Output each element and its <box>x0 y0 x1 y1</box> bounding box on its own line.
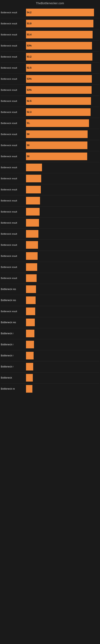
row-label: Bottleneck result <box>0 266 26 268</box>
list-item: Bottleneck re <box>0 384 100 394</box>
list-item: Bottleneck result <box>0 306 100 316</box>
bar-container: 50 <box>26 142 100 149</box>
row-label: Bottleneck result <box>0 244 26 246</box>
list-item: Bottleneck result <box>0 196 100 206</box>
bar-container: 51. <box>26 119 100 127</box>
list-item: Bottleneck result52.3 <box>0 107 100 117</box>
bar <box>26 175 41 182</box>
bar-container: 52.5 <box>26 64 100 72</box>
row-label: Bottleneck result <box>0 89 26 91</box>
bar-value-label: 50 <box>26 133 29 136</box>
row-label: Bottleneck result <box>0 100 26 102</box>
row-label: Bottleneck result <box>0 222 26 224</box>
row-label: Bottleneck result <box>0 11 26 14</box>
bar-container <box>26 252 100 260</box>
list-item: Bottleneck result <box>0 228 100 239</box>
row-label: Bottleneck result <box>0 133 26 136</box>
bar-value-label: 52.5 <box>26 100 31 102</box>
list-item: Bottleneck result <box>0 251 100 261</box>
bar-container <box>26 197 100 204</box>
bar-container <box>26 175 100 182</box>
bar-container <box>26 330 100 337</box>
list-item: Bottleneck result <box>0 184 100 195</box>
bar-value-label: 52.5 <box>26 66 31 69</box>
bar: 51. <box>26 119 89 127</box>
row-label: Bottleneck result <box>0 310 26 312</box>
list-item: Bottleneck result52.5 <box>0 96 100 106</box>
bar: 52.3 <box>26 108 91 116</box>
bar-container: 54.2 <box>26 9 100 16</box>
list-item: Bottleneck result53.4 <box>0 30 100 40</box>
list-item: Bottleneck res <box>0 295 100 306</box>
row-label: Bottleneck r <box>0 343 26 346</box>
row-label: Bottleneck result <box>0 66 26 69</box>
bar-container: 53% <box>26 86 100 94</box>
bar <box>26 341 34 348</box>
list-item: Bottleneck result54.2 <box>0 7 100 18</box>
list-item: Bottleneck result <box>0 218 100 228</box>
row-label: Bottleneck res <box>0 288 26 290</box>
row-label: Bottleneck result <box>0 56 26 58</box>
bar <box>26 385 32 393</box>
row-label: Bottleneck r <box>0 365 26 368</box>
list-item: Bottleneck result50 <box>0 140 100 150</box>
list-item: Bottleneck result52.5 <box>0 62 100 73</box>
bar-value-label: 50 <box>26 155 29 158</box>
bar-container <box>26 341 100 348</box>
bar: 54.2 <box>26 9 94 16</box>
list-item: Bottleneck res <box>0 284 100 294</box>
bar-container: 53.9 <box>26 20 100 27</box>
bar <box>26 296 36 304</box>
bar: 50 <box>26 152 87 160</box>
bar-value-label: 53% <box>26 44 32 47</box>
bar-value-label: 53.9 <box>26 22 31 25</box>
bar <box>26 208 40 216</box>
bar <box>26 164 42 171</box>
bar <box>26 285 36 293</box>
bar-container <box>26 363 100 370</box>
bar-value-label: 54.2 <box>26 11 31 14</box>
list-item: Bottleneck res <box>0 317 100 328</box>
bar: 52.5 <box>26 64 91 72</box>
row-label: Bottleneck result <box>0 144 26 146</box>
bar-value-label: 51. <box>26 122 30 124</box>
bar <box>26 330 34 337</box>
bar-container <box>26 263 100 271</box>
bar-container <box>26 164 100 171</box>
row-label: Bottleneck result <box>0 155 26 158</box>
bar: 53.9 <box>26 20 93 27</box>
bar: 53% <box>26 86 92 94</box>
bar-container: 52.5 <box>26 97 100 105</box>
bar-container <box>26 318 100 326</box>
bar <box>26 219 39 226</box>
row-label: Bottleneck result <box>0 44 26 47</box>
bar-value-label: 53.2 <box>26 55 31 58</box>
row-label: Bottleneck result <box>0 166 26 169</box>
bar-container: 52.3 <box>26 108 100 116</box>
list-item: Bottleneck result53% <box>0 85 100 95</box>
bar-value-label: 50 <box>26 144 29 147</box>
bar <box>26 318 35 326</box>
list-item: Bottleneck result53% <box>0 40 100 51</box>
list-item: Bottleneck r <box>0 362 100 372</box>
bar-value-label: 52.3 <box>26 111 31 114</box>
bar-container: 50 <box>26 152 100 160</box>
list-item: Bottleneck result <box>0 162 100 173</box>
bar <box>26 263 37 271</box>
bar-container <box>26 352 100 360</box>
list-item: Bottleneck r <box>0 328 100 339</box>
bar-container <box>26 186 100 194</box>
bar-container <box>26 208 100 216</box>
bar <box>26 274 37 282</box>
row-label: Bottleneck r <box>0 354 26 357</box>
row-label: Bottleneck result <box>0 111 26 113</box>
bar-container: 50 <box>26 130 100 138</box>
row-label: Bottleneck re <box>0 388 26 390</box>
bar: 53.2 <box>26 53 92 60</box>
bar <box>26 186 41 194</box>
list-item: Bottleneck result <box>0 262 100 272</box>
bar <box>26 252 38 260</box>
row-label: Bottleneck res <box>0 299 26 302</box>
bar-container <box>26 219 100 226</box>
row-label: Bottleneck <box>0 376 26 379</box>
